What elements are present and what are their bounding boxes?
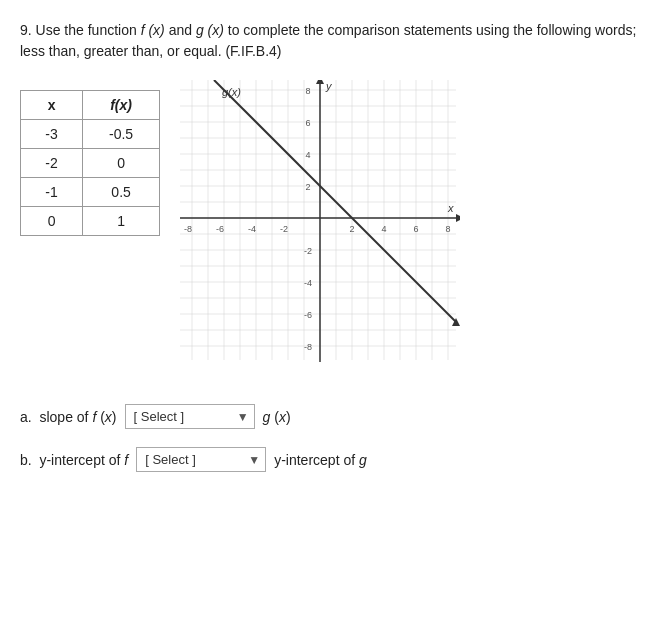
graph-svg: x y -8 -6 -4 -2 2 4 6 8 8 6 4 2 -2 -4 -6… xyxy=(180,80,460,380)
table-cell-fx: 0 xyxy=(83,149,160,178)
table-cell-fx: 1 xyxy=(83,207,160,236)
svg-text:-4: -4 xyxy=(304,278,312,288)
table-cell-x: -3 xyxy=(21,120,83,149)
comparison-b-select-wrapper[interactable]: [ Select ] less than greater than equal … xyxy=(136,447,266,472)
question-number: 9. xyxy=(20,22,32,38)
table-row: -20 xyxy=(21,149,160,178)
comparison-area: a. slope of f (x) [ Select ] less than g… xyxy=(20,404,641,472)
svg-text:6: 6 xyxy=(305,118,310,128)
f-func-label: f (x) xyxy=(141,22,165,38)
comparison-a-label-after: g (x) xyxy=(263,409,291,425)
table-cell-x: 0 xyxy=(21,207,83,236)
svg-text:8: 8 xyxy=(445,224,450,234)
table-cell-fx: -0.5 xyxy=(83,120,160,149)
graph-container: x y -8 -6 -4 -2 2 4 6 8 8 6 4 2 -2 -4 -6… xyxy=(180,80,460,380)
svg-text:-8: -8 xyxy=(304,342,312,352)
comparison-b-select[interactable]: [ Select ] less than greater than equal … xyxy=(136,447,266,472)
comparison-row-b: b. y-intercept of f [ Select ] less than… xyxy=(20,447,641,472)
svg-text:-2: -2 xyxy=(304,246,312,256)
table-row: 01 xyxy=(21,207,160,236)
svg-text:8: 8 xyxy=(305,86,310,96)
g-func-line xyxy=(214,80,456,322)
question-text: 9. Use the function f (x) and g (x) to c… xyxy=(20,20,641,62)
svg-text:-8: -8 xyxy=(184,224,192,234)
svg-text:4: 4 xyxy=(381,224,386,234)
comparison-b-label-after: y-intercept of g xyxy=(274,452,367,468)
table-header-x: x xyxy=(21,91,83,120)
table-row: -3-0.5 xyxy=(21,120,160,149)
svg-marker-36 xyxy=(456,214,460,222)
svg-text:-2: -2 xyxy=(280,224,288,234)
table-row: -10.5 xyxy=(21,178,160,207)
g-func-label: g (x) xyxy=(196,22,224,38)
comparison-a-select[interactable]: [ Select ] less than greater than equal … xyxy=(125,404,255,429)
table-cell-fx: 0.5 xyxy=(83,178,160,207)
table-header-fx: f(x) xyxy=(83,91,160,120)
svg-text:-6: -6 xyxy=(304,310,312,320)
gx-label: g(x) xyxy=(222,86,241,98)
svg-text:2: 2 xyxy=(305,182,310,192)
comparison-a-select-wrapper[interactable]: [ Select ] less than greater than equal … xyxy=(125,404,255,429)
comparison-b-label-before: b. y-intercept of f xyxy=(20,452,128,468)
function-table: x f(x) -3-0.5-20-10.501 xyxy=(20,90,160,236)
svg-text:4: 4 xyxy=(305,150,310,160)
svg-text:6: 6 xyxy=(413,224,418,234)
comparison-row-a: a. slope of f (x) [ Select ] less than g… xyxy=(20,404,641,429)
svg-text:2: 2 xyxy=(349,224,354,234)
svg-text:-4: -4 xyxy=(248,224,256,234)
content-area: x f(x) -3-0.5-20-10.501 xyxy=(20,80,641,380)
table-cell-x: -2 xyxy=(21,149,83,178)
svg-text:-6: -6 xyxy=(216,224,224,234)
table-cell-x: -1 xyxy=(21,178,83,207)
comparison-a-label-before: a. slope of f (x) xyxy=(20,409,117,425)
svg-marker-37 xyxy=(316,80,324,84)
graph-x-axis-label: x xyxy=(447,202,454,214)
